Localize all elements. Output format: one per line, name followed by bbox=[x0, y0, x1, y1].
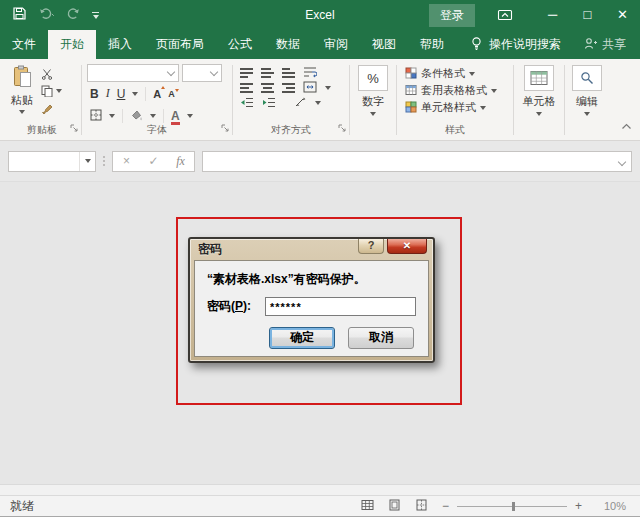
dialog-title-bar[interactable]: 密码 ? ✕ bbox=[190, 239, 433, 260]
maximize-button[interactable]: □ bbox=[570, 0, 605, 30]
bold-button[interactable]: B bbox=[90, 87, 99, 101]
clipboard-dialog-launcher-icon[interactable] bbox=[70, 118, 78, 136]
tab-formulas[interactable]: 公式 bbox=[216, 30, 264, 59]
decrease-font-size-button[interactable]: A bbox=[168, 89, 175, 99]
person-icon bbox=[584, 37, 597, 53]
format-as-table-button[interactable]: 套用表格格式 bbox=[405, 82, 513, 99]
undo-icon[interactable] bbox=[38, 6, 54, 24]
increase-font-size-button[interactable]: A bbox=[153, 88, 161, 100]
tab-data[interactable]: 数据 bbox=[264, 30, 312, 59]
copy-button[interactable] bbox=[41, 84, 62, 97]
divider bbox=[145, 87, 146, 101]
cut-button[interactable] bbox=[41, 67, 62, 80]
close-button[interactable]: ✕ bbox=[605, 0, 640, 30]
name-box-dropdown[interactable] bbox=[79, 152, 95, 171]
cell-styles-button[interactable]: 单元格样式 bbox=[405, 99, 513, 116]
tab-file[interactable]: 文件 bbox=[0, 30, 48, 59]
tab-insert[interactable]: 插入 bbox=[96, 30, 144, 59]
tab-page-layout[interactable]: 页面布局 bbox=[144, 30, 216, 59]
tab-review[interactable]: 审阅 bbox=[312, 30, 360, 59]
tab-view[interactable]: 视图 bbox=[360, 30, 408, 59]
editing-chevron-icon bbox=[584, 112, 590, 116]
collapse-ribbon-icon[interactable] bbox=[621, 116, 632, 134]
align-top-button[interactable] bbox=[240, 68, 253, 78]
alignment-dialog-launcher-icon[interactable] bbox=[338, 118, 346, 136]
password-input[interactable]: ****** bbox=[265, 297, 416, 316]
share-button[interactable]: 共享 bbox=[584, 30, 640, 59]
fill-color-chevron-icon[interactable] bbox=[150, 114, 156, 118]
chevron-down-icon bbox=[480, 106, 486, 110]
group-number[interactable]: % 数字 bbox=[350, 62, 396, 140]
decrease-indent-button[interactable] bbox=[240, 94, 254, 112]
align-bottom-button[interactable] bbox=[282, 68, 295, 78]
page-layout-view-icon[interactable] bbox=[388, 499, 401, 514]
font-dialog-launcher-icon[interactable] bbox=[221, 118, 229, 136]
tab-help[interactable]: 帮助 bbox=[408, 30, 456, 59]
formula-input[interactable] bbox=[202, 151, 632, 172]
dialog-close-button[interactable]: ✕ bbox=[387, 239, 427, 254]
orientation-button[interactable] bbox=[294, 94, 307, 112]
tab-home[interactable]: 开始 bbox=[48, 30, 96, 59]
customize-quick-access-icon[interactable] bbox=[92, 12, 99, 19]
cells-group-label: 单元格 bbox=[523, 94, 556, 109]
tell-me-search[interactable]: 操作说明搜索 bbox=[470, 30, 561, 59]
save-icon[interactable] bbox=[12, 6, 27, 25]
minimize-button[interactable]: ─ bbox=[535, 0, 570, 30]
zoom-in-button[interactable]: + bbox=[575, 499, 582, 513]
borders-chevron-icon[interactable] bbox=[109, 114, 115, 118]
zoom-slider-thumb[interactable] bbox=[512, 502, 515, 511]
name-box[interactable] bbox=[8, 151, 96, 172]
clipboard-paste-icon bbox=[12, 65, 33, 91]
zoom-out-button[interactable]: − bbox=[442, 499, 449, 513]
sign-in-button[interactable]: 登录 bbox=[429, 4, 475, 27]
align-center-button[interactable] bbox=[261, 83, 274, 93]
page-break-preview-icon[interactable] bbox=[415, 499, 428, 514]
paste-label: 粘贴 bbox=[11, 93, 33, 108]
font-name-combobox[interactable] bbox=[87, 64, 179, 82]
increase-indent-button[interactable] bbox=[262, 94, 276, 112]
zoom-level-label[interactable]: 10% bbox=[596, 500, 626, 512]
conditional-formatting-button[interactable]: 条件格式 bbox=[405, 65, 513, 82]
find-select-icon[interactable] bbox=[572, 65, 602, 91]
horizontal-scrollbar-strip[interactable] bbox=[0, 484, 640, 496]
group-editing[interactable]: 编辑 bbox=[565, 62, 609, 140]
font-color-chevron-icon[interactable] bbox=[187, 114, 193, 118]
status-bar: 就绪 − + 10% bbox=[0, 496, 640, 517]
formula-bar-resizer[interactable] bbox=[103, 156, 105, 166]
ribbon-tab-row: 文件 开始 插入 页面布局 公式 数据 审阅 视图 帮助 操作说明搜索 共享 bbox=[0, 30, 640, 59]
merge-center-chevron-icon[interactable] bbox=[325, 86, 331, 90]
dialog-body: “素材表格.xlsx”有密码保护。 密码(P): ****** 确定 取消 bbox=[194, 260, 429, 357]
insert-function-button[interactable]: fx bbox=[167, 154, 194, 169]
zoom-slider[interactable] bbox=[457, 506, 567, 507]
cells-chevron-icon bbox=[536, 112, 542, 116]
redo-icon[interactable] bbox=[65, 6, 81, 24]
underline-button[interactable]: U bbox=[117, 87, 126, 101]
underline-options-chevron-icon[interactable] bbox=[132, 92, 138, 96]
orientation-chevron-icon[interactable] bbox=[315, 101, 321, 105]
cancel-button[interactable]: 取消 bbox=[348, 327, 414, 349]
dialog-help-button[interactable]: ? bbox=[358, 239, 384, 254]
normal-view-icon[interactable] bbox=[361, 499, 374, 514]
dialog-message: “素材表格.xlsx”有密码保护。 bbox=[207, 271, 416, 288]
cells-icon[interactable] bbox=[524, 65, 554, 91]
expand-formula-bar-icon[interactable] bbox=[618, 157, 626, 165]
group-cells[interactable]: 单元格 bbox=[514, 62, 564, 140]
align-right-button[interactable] bbox=[282, 83, 295, 93]
cancel-entry-button[interactable]: × bbox=[113, 154, 140, 168]
italic-button[interactable]: I bbox=[106, 86, 110, 101]
percent-style-icon[interactable]: % bbox=[358, 65, 388, 91]
align-left-button[interactable] bbox=[240, 83, 253, 93]
format-painter-button[interactable] bbox=[41, 101, 62, 114]
chevron-down-icon bbox=[19, 110, 25, 114]
enter-entry-button[interactable]: ✓ bbox=[140, 154, 167, 168]
align-middle-button[interactable] bbox=[261, 68, 274, 78]
font-size-combobox[interactable] bbox=[182, 64, 222, 82]
title-bar: Excel 登录 ─ □ ✕ bbox=[0, 0, 640, 30]
ok-button[interactable]: 确定 bbox=[269, 327, 335, 349]
group-alignment: 对齐方式 bbox=[233, 62, 349, 140]
editing-group-label: 编辑 bbox=[576, 94, 598, 109]
ribbon-display-options-icon[interactable] bbox=[497, 8, 513, 22]
titlebar-controls: 登录 ─ □ ✕ bbox=[429, 0, 640, 30]
font-color-button[interactable]: A bbox=[171, 111, 180, 122]
group-styles: 条件格式 套用表格格式 单元格样式 样式 bbox=[397, 62, 513, 140]
